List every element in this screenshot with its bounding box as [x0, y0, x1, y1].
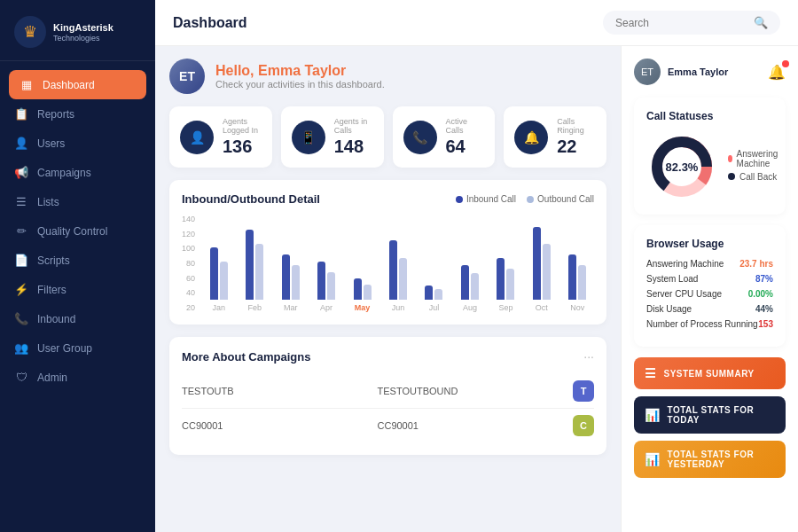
sidebar-item-inbound[interactable]: 📞Inbound [0, 304, 155, 333]
search-input[interactable] [615, 17, 747, 29]
nav-label-inbound: Inbound [37, 313, 75, 325]
bar-month-aug: Aug [453, 202, 486, 312]
stat-icon-3: 🔔 [514, 121, 548, 154]
sidebar-nav: ▦Dashboard📋Reports👤Users📢Campaigns☰Lists… [0, 61, 155, 532]
sidebar-item-scripts[interactable]: 📄Scripts [0, 246, 155, 275]
bar-label: May [355, 303, 371, 312]
stat-icon-0: 👤 [180, 121, 214, 154]
logo-name: KingAsterisk [53, 21, 113, 34]
bar-month-oct: Oct [525, 202, 558, 312]
stat-card-0: 👤 Agents Logged In 136 [169, 106, 272, 168]
nav-label-dashboard: Dashboard [43, 79, 95, 91]
nav-label-users: Users [37, 137, 65, 150]
action-btn-total-stats-yesterday[interactable]: 📊Total Stats for Yesterday [634, 441, 786, 478]
browser-row: Answering Machine23.7 hrs [646, 259, 773, 269]
browser-label: Number of Process Running [646, 319, 758, 329]
bar-month-may: May [346, 202, 379, 312]
chart-bars: JanFebMarAprMayJunJulAugSepOctNov [202, 215, 594, 312]
campaign-row: TESTOUTB TESTOUTBOUND T [182, 374, 594, 409]
stat-info-2: Active Calls 64 [446, 117, 485, 157]
bar-month-nov: Nov [561, 202, 594, 312]
bar-outbound [364, 285, 372, 300]
nav-icon-admin: 🛡 [14, 371, 28, 384]
donut-legend-item: Call Back [728, 172, 781, 182]
search-bar[interactable]: 🔍 [603, 11, 780, 35]
bar-month-jun: Jun [381, 202, 414, 312]
sidebar-item-users[interactable]: 👤Users [0, 129, 155, 158]
content-main: ET Hello, Emma Taylor Check your activit… [155, 46, 621, 532]
donut-dot [728, 173, 735, 180]
nav-icon-inbound: 📞 [14, 312, 28, 325]
sidebar-item-reports[interactable]: 📋Reports [0, 99, 155, 129]
browser-label: Answering Machine [646, 259, 739, 269]
more-options-icon[interactable]: ··· [583, 349, 594, 364]
stat-label-2: Active Calls [446, 117, 485, 135]
bar-pair [381, 202, 414, 300]
bar-inbound [568, 254, 576, 300]
logo-icon: ♛ [14, 16, 46, 48]
donut-legend-label: Answering Machine [737, 149, 781, 168]
nav-label-filters: Filters [37, 284, 66, 296]
sidebar-item-quality-control[interactable]: ✏Quality Control [0, 216, 155, 246]
action-btn-system-summary[interactable]: ☰System Summary [634, 357, 786, 389]
browser-value: 87% [755, 274, 773, 284]
stat-card-3: 🔔 Calls Ringing 22 [504, 106, 606, 168]
bar-inbound [497, 258, 505, 300]
sidebar-item-campaigns[interactable]: 📢Campaigns [0, 158, 155, 187]
y-axis-label: 60 [182, 274, 199, 283]
browser-usage-title: Browser Usage [646, 238, 773, 250]
bar-label: Sep [498, 303, 512, 312]
bar-label: Feb [247, 303, 262, 312]
bar-outbound [255, 244, 263, 300]
bar-pair [525, 202, 558, 300]
stat-card-2: 📞 Active Calls 64 [393, 106, 496, 168]
logo: ♛ KingAsterisk Technologies [0, 0, 155, 61]
nav-label-scripts: Scripts [37, 254, 70, 267]
campaign-row: CC90001 CC90001 C [182, 409, 594, 442]
nav-icon-dashboard: ▦ [20, 78, 34, 91]
nav-label-reports: Reports [37, 108, 74, 121]
action-btn-icon-system-summary: ☰ [645, 366, 657, 380]
bar-outbound [292, 265, 300, 300]
welcome-section: ET Hello, Emma Taylor Check your activit… [169, 59, 606, 94]
action-btn-label-total-stats-today: Total Stats for Today [668, 405, 776, 425]
stat-icon-1: 📱 [292, 121, 325, 154]
sidebar-item-user-group[interactable]: 👥User Group [0, 333, 155, 363]
action-btn-total-stats-today[interactable]: 📊Total Stats for Today [634, 396, 786, 434]
right-user-name: Emma Taylor [668, 66, 728, 77]
bar-outbound [578, 265, 586, 300]
stat-label-1: Agents in Calls [334, 117, 373, 135]
stat-card-1: 📱 Agents in Calls 148 [281, 106, 384, 168]
nav-label-admin: Admin [37, 372, 67, 384]
sidebar-item-dashboard[interactable]: ▦Dashboard [9, 70, 146, 99]
chart-y-axis: 14012010080604020 [182, 215, 199, 312]
sidebar-item-admin[interactable]: 🛡Admin [0, 363, 155, 392]
right-panel: ET Emma Taylor 🔔 Call Statuses [621, 46, 798, 532]
bar-month-sep: Sep [489, 202, 522, 312]
bar-pair [453, 202, 486, 300]
sidebar-item-filters[interactable]: ⚡Filters [0, 275, 155, 304]
campaigns-section: More About Campaigns ··· TESTOUTB TESTOU… [169, 337, 606, 455]
bar-inbound [461, 265, 469, 300]
browser-row: Number of Process Running153 [646, 319, 773, 329]
browser-label: System Load [646, 274, 755, 284]
action-btn-icon-total-stats-yesterday: 📊 [645, 452, 661, 466]
campaign-col2: TESTOUTBOUND [378, 386, 574, 396]
bar-label: Jul [429, 303, 440, 312]
bar-label: Oct [536, 303, 548, 312]
bar-inbound [533, 227, 541, 301]
browser-value: 0.00% [748, 289, 773, 299]
welcome-subtitle: Check your activities in this dashboard. [215, 79, 385, 90]
bar-inbound [389, 240, 397, 300]
main-area: Dashboard 🔍 ET Hello, Emma Taylor Check … [155, 0, 798, 532]
stat-value-2: 64 [446, 137, 485, 157]
donut-value: 82.3% [666, 160, 699, 174]
sidebar-item-lists[interactable]: ☰Lists [0, 187, 155, 216]
bar-label: Apr [320, 303, 332, 312]
nav-icon-reports: 📋 [14, 107, 28, 121]
bar-label: Aug [463, 303, 477, 312]
bar-pair [489, 202, 522, 300]
bar-label: Mar [284, 303, 298, 312]
nav-icon-filters: ⚡ [14, 283, 28, 296]
notification-badge [782, 60, 789, 67]
